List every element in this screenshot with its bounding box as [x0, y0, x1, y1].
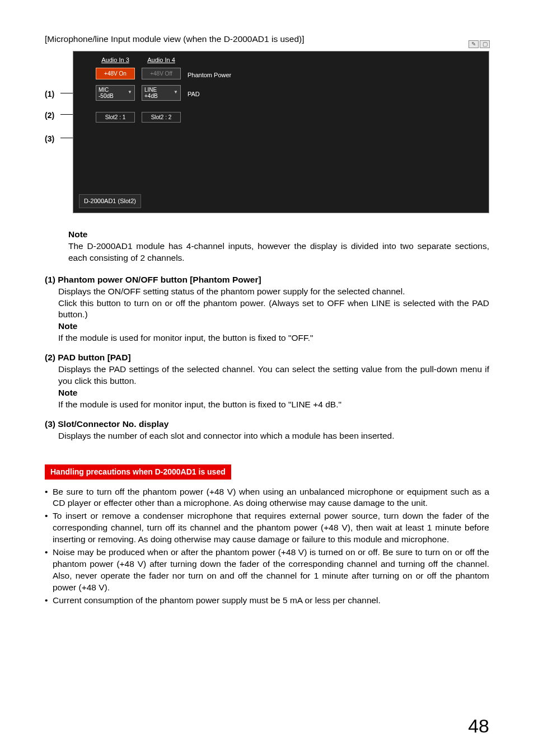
note-block: Note The D-2000AD1 module has 4-channel … [68, 229, 489, 264]
callout-1: (1) [45, 89, 54, 100]
item-line: Displays the number of each slot and con… [58, 430, 489, 442]
figure-caption: [Microphone/line Input module view (when… [45, 34, 489, 45]
chevron-down-icon: ▼ [128, 90, 132, 95]
pad-value-line2: -50dB [99, 93, 114, 99]
panel-titlebar-icons: ✎ ▢ [469, 40, 490, 48]
row-label-pad: PAD [188, 90, 200, 98]
note-title: Note [58, 321, 489, 332]
note-title: Note [58, 387, 489, 399]
item-2: (2) PAD button [PAD] Displays the PAD se… [45, 352, 489, 411]
toggle-icon[interactable]: ▢ [480, 40, 490, 48]
note-title: Note [68, 229, 489, 241]
pad-value-line2: +4dB [144, 93, 158, 99]
phantom-power-button[interactable]: +48V On [96, 68, 135, 79]
item-line: Click this button to turn on or off the … [58, 298, 489, 321]
precaution-heading: Handling precautions when D-2000AD1 is u… [45, 464, 231, 480]
channel-label: Audio In 3 [96, 56, 135, 64]
pad-value-line1: MIC [99, 87, 109, 93]
item-number: (2) [45, 353, 55, 362]
item-3: (3) Slot/Connector No. display Displays … [45, 419, 489, 442]
edit-icon[interactable]: ✎ [469, 40, 479, 48]
item-title: Slot/Connector No. display [58, 419, 168, 429]
callout-2: (2) [45, 110, 54, 121]
pad-dropdown[interactable]: MIC -50dB ▼ [96, 85, 135, 101]
precaution-item: To insert or remove a condenser micropho… [45, 510, 489, 546]
channel-label: Audio In 4 [142, 56, 181, 64]
module-view-panel: ✎ ▢ Audio In 3 Audio In 4 +48V On +48V O… [73, 51, 489, 213]
precaution-item: Current consumption of the phantom power… [45, 595, 489, 607]
item-line: Displays the ON/OFF setting status of th… [58, 286, 489, 298]
item-1: (1) Phantom power ON/OFF button [Phantom… [45, 274, 489, 345]
precaution-item: Be sure to turn off the phantom power (+… [45, 486, 489, 510]
pad-row: MIC -50dB ▼ LINE +4dB ▼ [73, 85, 489, 104]
phantom-power-row: +48V On +48V Off Phantom Power [73, 68, 489, 83]
item-title: PAD button [PAD] [58, 353, 130, 362]
pad-dropdown[interactable]: LINE +4dB ▼ [142, 85, 181, 101]
item-line: Displays the PAD settings of the selecte… [58, 364, 489, 387]
note-text: If the module is used for monitor input,… [58, 399, 489, 411]
item-number: (1) [45, 275, 55, 284]
item-number: (3) [45, 419, 55, 429]
precaution-item: Noise may be produced when or after the … [45, 547, 489, 594]
callout-3: (3) [45, 134, 54, 144]
chevron-down-icon: ▼ [174, 90, 178, 95]
device-name-tag: D-2000AD1 (Slot2) [79, 194, 141, 208]
note-text: The D-2000AD1 module has 4-channel input… [68, 241, 489, 264]
figure: (1) (2) (3) ✎ ▢ Audio In 3 Audio In 4 +4… [45, 51, 489, 213]
phantom-power-button[interactable]: +48V Off [142, 68, 181, 79]
precaution-list: Be sure to turn off the phantom power (+… [45, 486, 489, 607]
slot-display: Slot2 : 2 [142, 112, 181, 123]
page-number: 48 [468, 713, 489, 739]
pad-value-line1: LINE [144, 87, 157, 93]
row-label-phantom: Phantom Power [188, 71, 231, 79]
item-title: Phantom power ON/OFF button [Phantom Pow… [58, 275, 261, 284]
slot-row: Slot2 : 1 Slot2 : 2 [73, 112, 489, 126]
slot-display: Slot2 : 1 [96, 112, 135, 123]
channel-header-row: Audio In 3 Audio In 4 [73, 56, 489, 68]
note-text: If the module is used for monitor input,… [58, 332, 489, 344]
callout-column: (1) (2) (3) [45, 51, 73, 213]
